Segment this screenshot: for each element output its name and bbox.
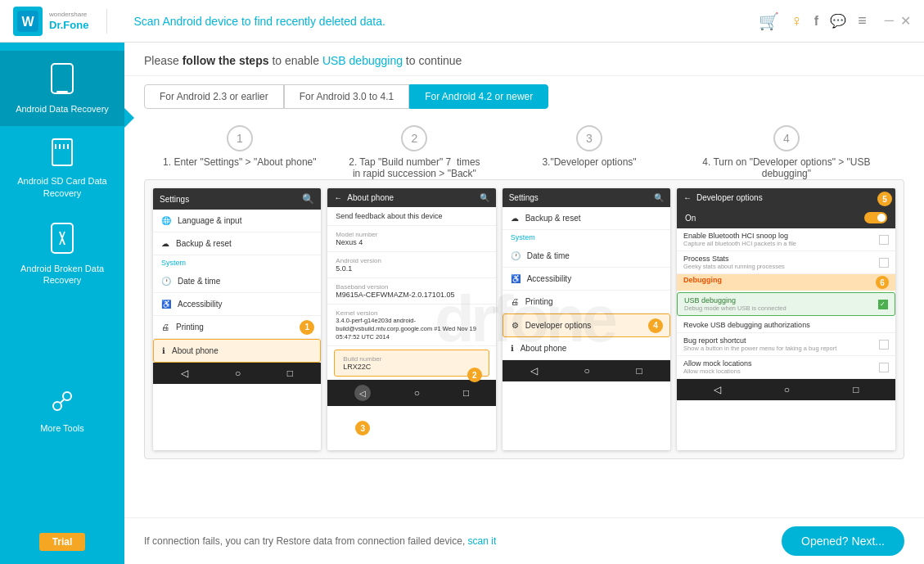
screen4-toggle[interactable] — [864, 212, 887, 223]
step3-label: 3."Developer options" — [542, 156, 636, 168]
step2-circle: 2 — [401, 125, 427, 151]
screen3-printing-label: Printing — [525, 297, 553, 306]
svg-rect-3 — [56, 91, 68, 92]
dialog-icon[interactable]: 💬 — [830, 13, 846, 29]
screen1-date-item: 🕐 Date & time — [153, 270, 321, 293]
sidebar-label-more-tools: More Tools — [40, 422, 84, 434]
next-button[interactable]: Opened? Next... — [782, 526, 904, 556]
screen3-info-icon: ℹ — [511, 344, 514, 353]
screen4-bt-checkbox[interactable] — [879, 235, 889, 245]
facebook-icon[interactable]: f — [814, 14, 818, 29]
footer-scan-link[interactable]: scan it — [468, 535, 497, 547]
screen1-language-label: Language & input — [178, 216, 241, 225]
instruction-text: Please follow the steps to enable USB de… — [144, 54, 904, 67]
tools-icon — [49, 388, 75, 417]
screen1-printing-label: Printing — [176, 323, 204, 332]
header-left: W wondershare Dr.Fone Scan Android devic… — [13, 7, 385, 36]
globe-icon: 🌐 — [161, 216, 171, 225]
instruction-mid: to enable — [272, 54, 322, 67]
screen4-title: Developer options — [696, 193, 763, 202]
back-arrow-icon: ◁ — [181, 368, 188, 379]
cart-icon[interactable]: 🛒 — [759, 11, 779, 31]
trial-badge[interactable]: Trial — [39, 533, 86, 551]
screen2-bottom-bar: ◁ ○ □ — [327, 380, 495, 406]
screen4-back-icon: ← — [683, 193, 692, 202]
screen3-gear-icon: ⚙ — [512, 321, 519, 330]
screen2-android-label: Android version — [336, 257, 487, 264]
screen3-titlebar: Settings 🔍 — [503, 188, 670, 207]
footer: If connection fails, you can try Restore… — [124, 517, 924, 564]
step4-header: 4 4. Turn on "Developer options" > "USB … — [683, 125, 891, 179]
screen4-recents-nav-icon: □ — [853, 384, 859, 395]
sidebar-item-broken[interactable]: Android Broken Data Recovery — [0, 210, 124, 298]
screen2-search-icon[interactable]: 🔍 — [480, 193, 489, 202]
screen4-usb-checkbox[interactable]: ✓ — [878, 300, 888, 309]
screen3-about-item: ℹ About phone — [503, 337, 670, 360]
screen3-clock-icon: 🕐 — [511, 251, 521, 260]
screen3-badge4: 4 — [648, 318, 663, 333]
screen4-toggle-row: On — [677, 207, 895, 228]
screen1-titlebar: Settings 🔍 — [153, 188, 321, 210]
svg-line-14 — [61, 399, 64, 403]
step2-header: 2 2. Tap "Build number" 7 timesin rapid … — [332, 125, 496, 179]
footer-text-pre: If connection fails, you can try Restore… — [144, 535, 465, 547]
sidebar-item-more-tools[interactable]: More Tools — [0, 377, 124, 445]
screen1-accessibility-item: ♿ Accessibility — [153, 293, 321, 316]
screen4-process-stats-item: Process Stats Geeky stats about running … — [677, 251, 895, 274]
broken-phone-icon — [50, 222, 74, 258]
screen4-mock-checkbox[interactable] — [879, 363, 889, 372]
screen3-accessibility-label: Accessibility — [527, 274, 571, 283]
screen3-access-icon: ♿ — [511, 274, 521, 283]
screen2-titlebar: ← About phone 🔍 — [327, 188, 495, 207]
instruction-bold: follow the steps — [183, 54, 269, 67]
tab-android-23[interactable]: For Android 2.3 or earlier — [144, 84, 284, 109]
sidebar-item-sd-card[interactable]: Android SD Card Data Recovery — [0, 126, 124, 210]
menu-icon[interactable]: ≡ — [858, 12, 867, 29]
screen2-recents-icon: □ — [463, 387, 469, 399]
footer-text: If connection fails, you can try Restore… — [144, 535, 496, 547]
person-icon[interactable]: ♀ — [791, 11, 803, 30]
screen1-search-icon[interactable]: 🔍 — [302, 193, 314, 205]
minimize-button[interactable]: ─ — [885, 13, 894, 29]
screen2-build-label: Build number — [343, 355, 480, 363]
screen4-bug-title: Bug report shortcut — [683, 336, 836, 345]
screen4-bug-text: Bug report shortcut Show a button in the… — [683, 336, 836, 352]
screen4-usb-title: USB debugging — [684, 296, 787, 305]
screen4-on-label: On — [685, 214, 696, 223]
back-icon: ← — [334, 193, 342, 202]
screen4-mock-desc: Allow mock locations — [683, 368, 752, 375]
usb-debug-link[interactable]: USB debugging — [322, 54, 403, 67]
screen2-build-value: LRX22C — [343, 363, 480, 371]
top-instruction: Please follow the steps to enable USB de… — [124, 43, 924, 76]
screen3-date-label: Date & time — [527, 251, 570, 260]
screen1-language-item: 🌐 Language & input — [153, 210, 321, 232]
screen2-build-item: Build number LRX22C Tap 7 times 2 — [334, 350, 489, 377]
sidebar-item-android-recovery[interactable]: Android Data Recovery — [0, 51, 124, 126]
screen2-feedback-item: Send feedback about this device — [327, 207, 495, 226]
cloud-icon: ☁ — [161, 239, 169, 248]
screen2-kernel-label: Kernel version — [336, 309, 487, 317]
screen4-revoke-item: Revoke USB debugging authorizations — [677, 318, 895, 333]
screen3-developer-menu: Settings 🔍 ☁ Backup & reset System 🕐 Dat… — [503, 188, 670, 450]
step4-circle: 4 — [773, 125, 800, 151]
screen4-home-nav-icon: ○ — [784, 384, 790, 395]
screen1-bottom-bar: ◁ ○ □ — [153, 363, 321, 384]
screen4-revoke-title: Revoke USB debugging authorizations — [683, 321, 810, 329]
screen2-baseband-value: M9615A-CEFWMAZM-2.0.17101.05 — [336, 291, 487, 299]
steps-wrapper: 1 1. Enter "Settings" > "About phone" 2 … — [124, 109, 924, 517]
screen1-settings: Settings 🔍 🌐 Language & input ☁ Backup &… — [153, 188, 321, 450]
screen4-bug-item: Bug report shortcut Show a button in the… — [677, 333, 895, 356]
screen4-process-title: Process Stats — [683, 255, 785, 263]
tab-android-42[interactable]: For Android 4.2 or newer — [409, 84, 548, 109]
header-icons: 🛒 ♀ f 💬 ≡ ─ ✕ — [759, 11, 911, 31]
close-button[interactable]: ✕ — [900, 13, 911, 29]
screen4-mock-item: Allow mock locations Allow mock location… — [677, 356, 895, 379]
screen4-process-checkbox[interactable] — [879, 258, 889, 268]
screen4-badge5: 5 — [877, 192, 892, 206]
tab-android-30[interactable]: For Android 3.0 to 4.1 — [284, 84, 409, 109]
screen3-printer-icon: 🖨 — [511, 297, 519, 306]
screen4-bug-checkbox[interactable] — [879, 340, 889, 350]
screen1-body: 🌐 Language & input ☁ Backup & reset Syst… — [153, 210, 321, 363]
screen4-bug-desc: Show a button in the power menu for taki… — [683, 345, 836, 352]
screen3-search-icon[interactable]: 🔍 — [654, 193, 664, 202]
